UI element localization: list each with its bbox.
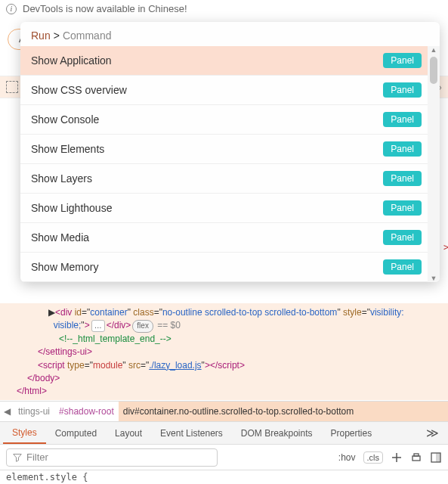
command-item-label: Show Elements (31, 143, 104, 155)
command-input[interactable]: Command (63, 29, 112, 42)
print-media-icon[interactable] (410, 451, 422, 464)
styles-tabbar: Styles Computed Layout Event Listeners D… (0, 422, 448, 445)
devtools-banner: i DevTools is now available in Chinese! (0, 0, 448, 17)
svg-rect-0 (412, 456, 420, 461)
svg-rect-3 (436, 453, 440, 462)
styles-filter-bar: Filter :hov .cls (0, 445, 448, 470)
filter-icon (13, 453, 22, 462)
stray-char: > (443, 242, 448, 253)
command-item[interactable]: Show Layers Panel (20, 164, 440, 194)
ellipsis-icon[interactable]: … (91, 320, 105, 333)
scroll-thumb[interactable] (430, 57, 437, 84)
command-item-label: Show Memory (31, 261, 98, 273)
command-item[interactable]: Show Media Panel (20, 223, 440, 253)
breadcrumb-item[interactable]: ttings-ui (14, 402, 54, 421)
flex-badge[interactable]: flex (132, 320, 153, 333)
command-item-label: Show CSS overview (31, 84, 127, 96)
info-icon: i (6, 4, 17, 14)
elements-source[interactable]: ▶<div id="container" class="no-outline s… (0, 303, 448, 400)
command-item[interactable]: Show Elements Panel (20, 135, 440, 164)
element-style-rule[interactable]: element.style { (0, 470, 94, 484)
banner-text: DevTools is now available in Chinese! (23, 3, 187, 14)
command-item[interactable]: Show Console Panel (20, 105, 440, 135)
breadcrumb-shadow-root[interactable]: #shadow-root (54, 402, 119, 421)
command-item[interactable]: Show Memory Panel (20, 253, 440, 282)
tab-computed[interactable]: Computed (46, 422, 106, 444)
command-item-label: Show Lighthouse (31, 202, 112, 214)
scrollbar[interactable]: ▲ ▼ (428, 46, 440, 282)
panel-badge: Panel (383, 82, 422, 98)
panel-badge: Panel (383, 141, 422, 157)
panel-badge: Panel (383, 171, 422, 186)
panel-badge: Panel (383, 200, 422, 216)
run-label: Run (31, 29, 51, 42)
panel-badge: Panel (383, 112, 422, 127)
command-item-label: Show Console (31, 113, 99, 126)
command-item[interactable]: Show Lighthouse Panel (20, 194, 440, 223)
command-prompt-row: Run > Command (20, 22, 440, 46)
breadcrumb-back-icon[interactable]: ◀ (0, 402, 14, 421)
computed-toggle-icon[interactable] (430, 451, 442, 464)
cls-toggle[interactable]: .cls (363, 451, 384, 464)
filter-placeholder: Filter (26, 451, 48, 463)
command-item[interactable]: Show CSS overview Panel (20, 76, 440, 105)
scroll-down-icon[interactable]: ▼ (428, 275, 440, 282)
filter-input[interactable]: Filter (6, 448, 218, 467)
tab-properties[interactable]: Properties (322, 422, 382, 444)
command-item-label: Show Media (31, 231, 89, 244)
command-menu: Run > Command Show Application Panel Sho… (20, 22, 440, 282)
tab-styles[interactable]: Styles (3, 422, 46, 444)
breadcrumb-item-active[interactable]: div#container.no-outline.scrolled-to-top… (119, 402, 448, 421)
command-item[interactable]: Show Application Panel (20, 46, 440, 76)
panel-badge: Panel (383, 230, 422, 245)
plus-icon[interactable] (391, 451, 403, 464)
panel-badge: Panel (383, 259, 422, 275)
inspect-icon[interactable] (6, 81, 18, 93)
breadcrumb: ◀ ttings-ui #shadow-root div#container.n… (0, 401, 448, 422)
command-item-label: Show Layers (31, 172, 92, 185)
panel-badge: Panel (383, 53, 422, 68)
prompt-gt: > (54, 29, 60, 42)
tab-event-listeners[interactable]: Event Listeners (151, 422, 232, 444)
command-list: Show Application Panel Show CSS overview… (20, 46, 440, 282)
tab-layout[interactable]: Layout (106, 422, 151, 444)
more-tabs-icon[interactable]: ≫ (420, 426, 445, 440)
command-item-label: Show Application (31, 54, 112, 67)
hov-toggle[interactable]: :hov (338, 452, 356, 463)
svg-rect-1 (414, 454, 419, 456)
scroll-up-icon[interactable]: ▲ (428, 46, 440, 54)
tab-dom-breakpoints[interactable]: DOM Breakpoints (232, 422, 322, 444)
